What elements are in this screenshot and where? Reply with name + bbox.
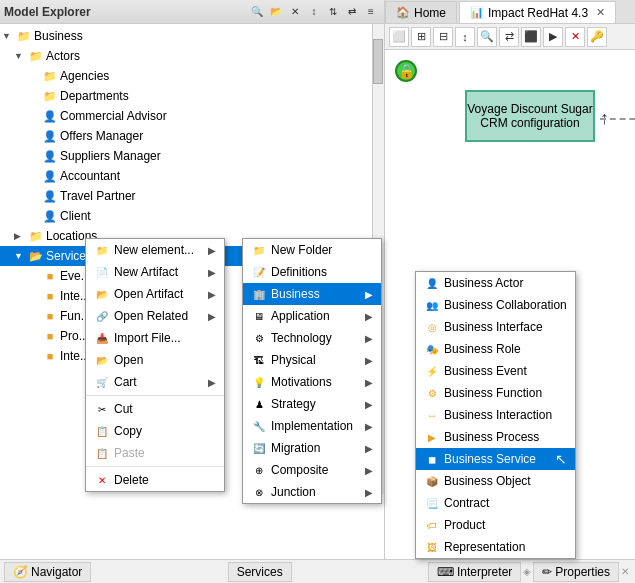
menu-business-role[interactable]: 🎭 Business Role xyxy=(416,338,575,360)
tree-item-business[interactable]: 📁 Business xyxy=(0,26,384,46)
tree-item-commercial[interactable]: 👤 Commercial Advisor xyxy=(0,106,384,126)
menu-cut[interactable]: ✂ Cut xyxy=(86,398,224,420)
tree-item-client[interactable]: 👤 Client xyxy=(0,206,384,226)
menu-new-element[interactable]: 📁 New element... ▶ xyxy=(86,239,224,261)
menu-delete[interactable]: ✕ Delete xyxy=(86,469,224,491)
person-icon-client: 👤 xyxy=(42,208,58,224)
tab-home[interactable]: 🏠 Home xyxy=(385,1,457,23)
composite-arrow: ▶ xyxy=(365,465,373,476)
menu-business-service[interactable]: ◼ Business Service ↖ xyxy=(416,448,575,470)
menu-business-interface[interactable]: ◎ Business Interface xyxy=(416,316,575,338)
menu-motivations[interactable]: 💡 Motivations ▶ xyxy=(243,371,381,393)
tab-impact[interactable]: 📊 Impact RedHat 4.3 ✕ xyxy=(459,1,616,23)
menu-business-process[interactable]: ▶ Business Process xyxy=(416,426,575,448)
bottom-tab-navigator[interactable]: 🧭 Navigator xyxy=(4,562,91,582)
menu-cart[interactable]: 🛒 Cart ▶ xyxy=(86,371,224,393)
model-explorer-title: Model Explorer xyxy=(4,5,248,19)
filter-icon[interactable]: ⇅ xyxy=(324,3,342,21)
menu-new-artifact[interactable]: 📄 New Artifact ▶ xyxy=(86,261,224,283)
scrollbar-thumb[interactable] xyxy=(373,39,383,84)
menu-business-interaction[interactable]: ↔ Business Interaction xyxy=(416,404,575,426)
motivations-arrow: ▶ xyxy=(365,377,373,388)
app-window: Model Explorer 🔍 📂 ✕ ↕ ⇅ ⇄ ≡ 📁 Business xyxy=(0,0,635,583)
menu-implementation[interactable]: 🔧 Implementation ▶ xyxy=(243,415,381,437)
tree-item-travel[interactable]: 👤 Travel Partner xyxy=(0,186,384,206)
close-icon[interactable]: ✕ xyxy=(286,3,304,21)
menu-business-actor[interactable]: 👤 Business Actor xyxy=(416,272,575,294)
search-icon[interactable]: 🔍 xyxy=(248,3,266,21)
tree-item-suppliers[interactable]: 👤 Suppliers Manager xyxy=(0,146,384,166)
menu-strategy[interactable]: ♟ Strategy ▶ xyxy=(243,393,381,415)
menu-composite[interactable]: ⊕ Composite ▶ xyxy=(243,459,381,481)
diagram-icon: 📊 xyxy=(470,6,484,19)
cut-icon: ✂ xyxy=(94,401,110,417)
menu-copy[interactable]: 📋 Copy xyxy=(86,420,224,442)
menu-business[interactable]: 🏢 Business ▶ xyxy=(243,283,381,305)
composite-icon: ⊕ xyxy=(251,462,267,478)
canvas-icon-8[interactable]: ▶ xyxy=(543,27,563,47)
label-departments: Departments xyxy=(60,89,129,103)
canvas-icon-1[interactable]: ⬜ xyxy=(389,27,409,47)
sync-icon[interactable]: ⇄ xyxy=(343,3,361,21)
canvas-icon-7[interactable]: ⬛ xyxy=(521,27,541,47)
menu-import-file[interactable]: 📥 Import File... xyxy=(86,327,224,349)
new-folder-icon: 📁 xyxy=(251,242,267,258)
bottom-tab-interpreter[interactable]: ⌨ Interpreter xyxy=(428,562,521,582)
label-actors: Actors xyxy=(46,49,80,63)
menu-new-folder[interactable]: 📁 New Folder xyxy=(243,239,381,261)
bottom-tab-services[interactable]: Services xyxy=(228,562,292,582)
person-icon-suppliers: 👤 xyxy=(42,148,58,164)
folder-icon-agencies: 📁 xyxy=(42,68,58,84)
menu-definitions[interactable]: 📝 Definitions xyxy=(243,261,381,283)
application-label: Application xyxy=(271,309,361,323)
diagram-box[interactable]: Voyage Discount Sugar CRM configuration xyxy=(465,90,595,142)
new-element-icon: 📁 xyxy=(94,242,110,258)
menu-business-collaboration[interactable]: 👥 Business Collaboration xyxy=(416,294,575,316)
tree-item-offers[interactable]: 👤 Offers Manager xyxy=(0,126,384,146)
bottom-tab-properties[interactable]: ✏ Properties xyxy=(533,562,619,582)
business-interface-icon: ◎ xyxy=(424,319,440,335)
service-icon-inte2: ■ xyxy=(42,348,58,364)
paste-icon: 📋 xyxy=(94,445,110,461)
business-actor-icon: 👤 xyxy=(424,275,440,291)
menu-migration[interactable]: 🔄 Migration ▶ xyxy=(243,437,381,459)
menu-product[interactable]: 🏷 Product xyxy=(416,514,575,536)
menu-business-object[interactable]: 📦 Business Object xyxy=(416,470,575,492)
canvas-icon-2[interactable]: ⊞ xyxy=(411,27,431,47)
sort-icon[interactable]: ↕ xyxy=(305,3,323,21)
tree-item-accountant[interactable]: 👤 Accountant xyxy=(0,166,384,186)
tree-item-departments[interactable]: 📁 Departments xyxy=(0,86,384,106)
menu-physical[interactable]: 🏗 Physical ▶ xyxy=(243,349,381,371)
canvas-icon-6[interactable]: ⇄ xyxy=(499,27,519,47)
canvas-icon-9[interactable]: ✕ xyxy=(565,27,585,47)
implementation-arrow: ▶ xyxy=(365,421,373,432)
menu-open-artifact[interactable]: 📂 Open Artifact ▶ xyxy=(86,283,224,305)
menu-open-related[interactable]: 🔗 Open Related ▶ xyxy=(86,305,224,327)
menu-business-event[interactable]: ⚡ Business Event xyxy=(416,360,575,382)
migration-arrow: ▶ xyxy=(365,443,373,454)
options-icon[interactable]: ≡ xyxy=(362,3,380,21)
physical-icon: 🏗 xyxy=(251,352,267,368)
physical-label: Physical xyxy=(271,353,361,367)
menu-representation[interactable]: 🖼 Representation xyxy=(416,536,575,558)
canvas-icon-3[interactable]: ⊟ xyxy=(433,27,453,47)
menu-paste[interactable]: 📋 Paste xyxy=(86,442,224,464)
tab-home-label: Home xyxy=(414,6,446,20)
copy-icon: 📋 xyxy=(94,423,110,439)
menu-technology[interactable]: ⚙ Technology ▶ xyxy=(243,327,381,349)
menu-contract[interactable]: 📃 Contract xyxy=(416,492,575,514)
context-menu-2: 📁 New Folder 📝 Definitions 🏢 Business ▶ … xyxy=(242,238,382,504)
new-element-arrow: ▶ xyxy=(208,245,216,256)
menu-open[interactable]: 📂 Open xyxy=(86,349,224,371)
canvas-icon-4[interactable]: ↕ xyxy=(455,27,475,47)
motivations-icon: 💡 xyxy=(251,374,267,390)
canvas-icon-5[interactable]: 🔍 xyxy=(477,27,497,47)
tab-close-icon[interactable]: ✕ xyxy=(596,6,605,19)
canvas-icon-10[interactable]: 🔑 xyxy=(587,27,607,47)
menu-junction[interactable]: ⊗ Junction ▶ xyxy=(243,481,381,503)
folder-icon[interactable]: 📂 xyxy=(267,3,285,21)
menu-application[interactable]: 🖥 Application ▶ xyxy=(243,305,381,327)
tree-item-agencies[interactable]: 📁 Agencies xyxy=(0,66,384,86)
tree-item-actors[interactable]: 📁 Actors xyxy=(0,46,384,66)
menu-business-function[interactable]: ⚙ Business Function xyxy=(416,382,575,404)
